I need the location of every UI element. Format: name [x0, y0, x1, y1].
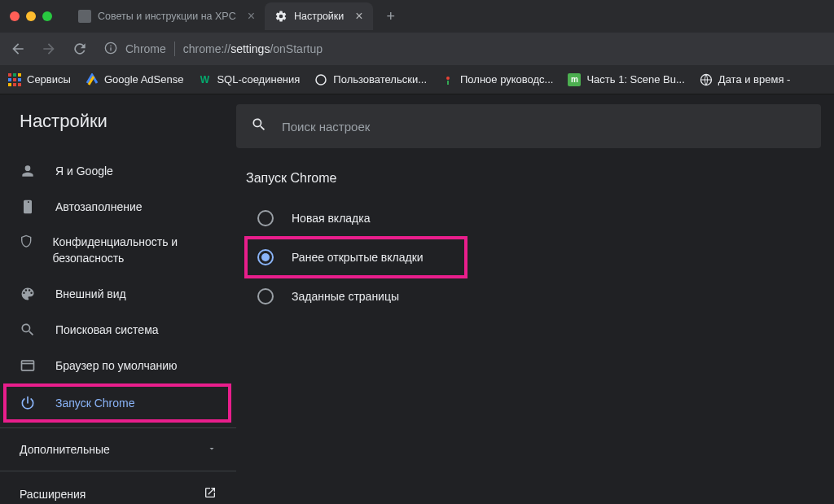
chevron-down-icon	[207, 443, 217, 456]
url-text: chrome://settings/onStartup	[183, 42, 323, 55]
option-label: Заданные страницы	[292, 290, 399, 303]
reload-button[interactable]	[70, 39, 90, 59]
tab-2-active[interactable]: Настройки ×	[265, 2, 373, 30]
svg-point-4	[316, 75, 326, 85]
svg-point-5	[446, 77, 450, 80]
nav-label: Поисковая система	[55, 323, 159, 336]
bookmark-guide[interactable]: Полное руководс...	[441, 73, 553, 86]
forward-button[interactable]	[39, 39, 59, 59]
adsense-icon	[86, 73, 99, 86]
search-icon	[251, 116, 267, 136]
svg-rect-8	[22, 361, 34, 370]
radio-unchecked-icon	[257, 288, 274, 305]
minimize-window-button[interactable]	[26, 11, 36, 21]
close-tab-icon[interactable]: ×	[355, 9, 362, 24]
option-label: Ранее открытые вкладки	[292, 251, 424, 264]
bookmark-scenebuilder[interactable]: m Часть 1: Scene Bu...	[568, 73, 684, 86]
apps-grid-icon	[8, 73, 21, 86]
nav-label: Конфиденциальность и безопасность	[52, 234, 217, 266]
option-continue[interactable]: Ранее открытые вкладки	[246, 238, 466, 277]
dot-icon	[441, 73, 454, 86]
shield-icon	[20, 234, 33, 251]
svg-rect-0	[78, 10, 91, 23]
settings-search[interactable]	[236, 104, 821, 148]
bookmark-apps[interactable]: Сервисы	[8, 73, 71, 86]
page-title: Настройки	[20, 111, 108, 132]
nav-label: Я и Google	[55, 164, 113, 177]
back-button[interactable]	[8, 39, 28, 59]
bookmark-label: Сервисы	[27, 73, 71, 85]
window-titlebar: Советы и инструкции на XPC × Настройки ×…	[0, 0, 834, 33]
nav-on-startup[interactable]: Запуск Chrome	[5, 385, 230, 421]
nav-extensions[interactable]: Расширения	[0, 471, 236, 504]
nav-appearance[interactable]: Внешний вид	[0, 276, 236, 312]
nav-search-engine[interactable]: Поисковая система	[0, 312, 236, 348]
bookmark-datetime[interactable]: Дата и время -	[700, 73, 791, 86]
option-new-tab[interactable]: Новая вкладка	[246, 199, 811, 238]
tab-1[interactable]: Советы и инструкции на XPC ×	[68, 2, 265, 30]
nav-label: Внешний вид	[55, 287, 126, 300]
clipboard-icon	[20, 199, 36, 215]
nav-label: Автозаполнение	[55, 200, 143, 213]
bookmark-label: SQL-соединения	[217, 73, 300, 85]
tab-label: Советы и инструкции на XPC	[98, 11, 236, 22]
radio-unchecked-icon	[257, 210, 274, 226]
separator	[174, 42, 175, 56]
option-label: Новая вкладка	[292, 212, 371, 225]
close-window-button[interactable]	[10, 11, 20, 21]
settings-header: Настройки	[0, 94, 236, 148]
nav-advanced[interactable]: Дополнительные	[0, 427, 236, 471]
close-tab-icon[interactable]: ×	[248, 9, 255, 24]
bookmarks-bar: Сервисы Google AdSense W SQL-соединения …	[0, 65, 834, 94]
m-icon: m	[568, 73, 581, 86]
tab-strip: Советы и инструкции на XPC × Настройки ×…	[68, 0, 402, 33]
circle-icon	[314, 73, 327, 86]
maximize-window-button[interactable]	[42, 11, 52, 21]
nav-autofill[interactable]: Автозаполнение	[0, 189, 236, 225]
browser-icon	[20, 357, 36, 374]
settings-content: Настройки Я и Google Автозаполнение Конф…	[0, 94, 834, 504]
new-tab-button[interactable]: +	[380, 5, 402, 28]
address-bar[interactable]: Chrome chrome://settings/onStartup	[101, 42, 826, 57]
globe-icon	[700, 73, 713, 86]
person-icon	[20, 163, 36, 179]
browser-toolbar: Chrome chrome://settings/onStartup	[0, 33, 834, 65]
nav-privacy[interactable]: Конфиденциальность и безопасность	[0, 225, 236, 276]
nav-default-browser[interactable]: Браузер по умолчанию	[0, 348, 236, 383]
svg-rect-6	[447, 81, 449, 85]
section-title: Запуск Chrome	[236, 148, 821, 194]
omnibox-prefix: Chrome	[125, 42, 166, 55]
palette-icon	[20, 286, 36, 302]
svg-rect-3	[110, 47, 111, 50]
w3-icon: W	[198, 73, 211, 86]
svg-point-2	[110, 45, 112, 46]
startup-options: Новая вкладка Ранее открытые вкладки Зад…	[236, 194, 821, 321]
bookmark-label: Полное руководс...	[460, 73, 553, 85]
bookmark-adsense[interactable]: Google AdSense	[86, 73, 184, 86]
info-icon	[104, 42, 117, 57]
settings-sidebar: Настройки Я и Google Автозаполнение Конф…	[0, 94, 236, 504]
bookmark-label: Дата и время -	[718, 73, 791, 85]
bookmark-sql[interactable]: W SQL-соединения	[198, 73, 300, 86]
settings-nav: Я и Google Автозаполнение Конфиденциальн…	[0, 148, 236, 423]
tab-label: Настройки	[294, 11, 344, 22]
option-specific-pages[interactable]: Заданные страницы	[246, 277, 811, 316]
nav-you-and-google[interactable]: Я и Google	[0, 153, 236, 189]
traffic-lights	[10, 11, 52, 21]
bookmark-custom[interactable]: Пользовательски...	[314, 73, 427, 86]
search-icon	[20, 322, 36, 338]
settings-favicon-icon	[274, 10, 288, 23]
page-favicon-icon	[78, 10, 91, 23]
nav-label: Браузер по умолчанию	[55, 359, 178, 372]
bookmark-label: Пользовательски...	[333, 73, 427, 85]
bookmark-label: Часть 1: Scene Bu...	[586, 73, 684, 85]
radio-checked-icon	[257, 249, 274, 265]
power-icon	[20, 395, 36, 411]
settings-main: Запуск Chrome Новая вкладка Ранее открыт…	[236, 94, 834, 504]
bookmark-label: Google AdSense	[104, 73, 184, 85]
nav-label: Запуск Chrome	[55, 397, 134, 410]
search-input[interactable]	[282, 120, 806, 134]
extensions-label: Расширения	[20, 488, 86, 501]
external-link-icon	[204, 486, 217, 502]
advanced-label: Дополнительные	[20, 443, 110, 456]
